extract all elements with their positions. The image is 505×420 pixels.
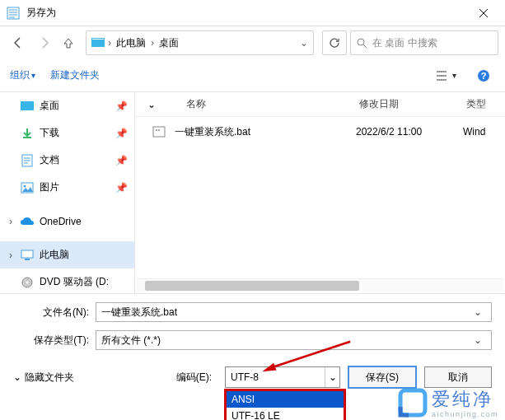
hide-folders-label: 隐藏文件夹 bbox=[25, 371, 74, 385]
sidebar-item-desktop[interactable]: 桌面 📌 bbox=[0, 92, 134, 119]
encoding-option-ansi[interactable]: ANSI bbox=[227, 391, 344, 408]
svg-point-28 bbox=[156, 129, 157, 131]
refresh-button[interactable] bbox=[322, 30, 347, 55]
column-headers: ⌄ 名称 修改日期 类型 bbox=[135, 92, 505, 117]
file-name: 一键重装系统.bat bbox=[168, 125, 356, 139]
chevron-down-icon[interactable]: ⌄ bbox=[470, 334, 486, 346]
svg-rect-24 bbox=[25, 259, 30, 260]
desktop-icon bbox=[20, 99, 35, 114]
sidebar-item-label: 文档 bbox=[40, 153, 59, 167]
sidebar-item-label: 图片 bbox=[40, 180, 59, 194]
save-button[interactable]: 保存(S) bbox=[348, 366, 416, 388]
back-button[interactable] bbox=[7, 31, 30, 54]
svg-text:?: ? bbox=[481, 71, 487, 81]
pin-icon: 📌 bbox=[115, 182, 128, 194]
filetype-select[interactable]: 所有文件 (*.*) ⌄ bbox=[96, 330, 492, 350]
watermark-cn: 爱纯净 bbox=[432, 387, 498, 412]
svg-point-29 bbox=[158, 129, 160, 131]
column-name[interactable]: 名称 bbox=[161, 97, 359, 111]
search-icon bbox=[356, 37, 367, 49]
pin-icon: 📌 bbox=[115, 155, 128, 166]
chevron-down-icon[interactable]: ⌄ bbox=[470, 306, 486, 318]
toolbar: 组织▾ 新建文件夹 ▾ ? bbox=[0, 59, 505, 92]
sidebar-item-onedrive[interactable]: › OneDrive bbox=[0, 208, 134, 235]
titlebar: 另存为 bbox=[0, 0, 505, 26]
chevron-down-icon[interactable]: ⌄ bbox=[298, 37, 310, 49]
sidebar-item-downloads[interactable]: 下载 📌 bbox=[0, 119, 134, 147]
window-title: 另存为 bbox=[26, 6, 465, 20]
watermark-logo-icon bbox=[397, 387, 428, 418]
bat-file-icon bbox=[150, 126, 168, 138]
chevron-right-icon[interactable]: › bbox=[7, 216, 15, 227]
hide-folders-toggle[interactable]: ⌄ 隐藏文件夹 bbox=[13, 371, 74, 385]
encoding-dropdown: ANSI UTF-16 LE UTF-16 BE bbox=[224, 389, 346, 420]
encoding-option-utf16le[interactable]: UTF-16 LE bbox=[227, 408, 344, 420]
watermark: 爱纯净 aichunjing.com bbox=[397, 387, 498, 418]
file-list: 一键重装系统.bat 2022/6/2 11:00 Wind bbox=[135, 117, 505, 278]
sidebar: 桌面 📌 下载 📌 文档 📌 图片 📌 › OneDrive bbox=[0, 92, 135, 293]
filetype-value: 所有文件 (*.*) bbox=[101, 334, 470, 348]
sort-icon[interactable]: ⌄ bbox=[142, 99, 161, 110]
sidebar-item-label: OneDrive bbox=[40, 216, 82, 227]
desktop-icon bbox=[90, 35, 106, 50]
svg-rect-8 bbox=[92, 39, 104, 40]
svg-point-22 bbox=[24, 184, 26, 187]
file-row[interactable]: 一键重装系统.bat 2022/6/2 11:00 Wind bbox=[135, 117, 505, 147]
sidebar-item-label: 此电脑 bbox=[40, 248, 69, 262]
document-icon bbox=[20, 153, 35, 168]
sidebar-item-label: DVD 驱动器 (D: bbox=[40, 275, 109, 289]
file-date: 2022/6/2 11:00 bbox=[356, 126, 463, 138]
svg-rect-23 bbox=[21, 250, 33, 258]
organize-menu[interactable]: 组织▾ bbox=[10, 68, 35, 82]
file-pane: ⌄ 名称 修改日期 类型 一键重装系统.bat 2022/6/2 11:00 W… bbox=[135, 92, 505, 293]
sidebar-item-label: 下载 bbox=[40, 126, 59, 140]
breadcrumb-root[interactable]: 此电脑 bbox=[113, 36, 149, 50]
file-type: Wind bbox=[463, 126, 505, 138]
filename-input[interactable]: 一键重装系统.bat ⌄ bbox=[96, 302, 492, 322]
svg-point-26 bbox=[26, 281, 29, 283]
sidebar-item-label: 桌面 bbox=[40, 99, 59, 113]
pc-icon bbox=[20, 248, 35, 263]
pictures-icon bbox=[20, 180, 35, 195]
column-date[interactable]: 修改日期 bbox=[359, 97, 466, 111]
main-area: 桌面 📌 下载 📌 文档 📌 图片 📌 › OneDrive bbox=[0, 92, 505, 294]
search-input[interactable]: 在 桌面 中搜索 bbox=[350, 30, 498, 55]
help-button[interactable]: ? bbox=[472, 64, 495, 87]
pin-icon: 📌 bbox=[115, 100, 128, 112]
filename-label: 文件名(N): bbox=[13, 306, 96, 320]
bottom-panel: 文件名(N): 一键重装系统.bat ⌄ 保存类型(T): 所有文件 (*.*)… bbox=[0, 294, 505, 363]
svg-rect-27 bbox=[153, 127, 165, 137]
search-placeholder: 在 桌面 中搜索 bbox=[372, 36, 437, 50]
dvd-icon bbox=[20, 275, 35, 290]
svg-rect-32 bbox=[400, 390, 425, 415]
view-menu[interactable]: ▾ bbox=[434, 64, 457, 87]
chevron-down-icon[interactable]: ⌄ bbox=[325, 367, 339, 387]
navbar: › 此电脑 › 桌面 ⌄ 在 桌面 中搜索 bbox=[0, 26, 505, 59]
sidebar-item-dvd[interactable]: DVD 驱动器 (D: bbox=[0, 268, 134, 293]
filename-value: 一键重装系统.bat bbox=[101, 306, 470, 320]
sidebar-item-pictures[interactable]: 图片 📌 bbox=[0, 174, 134, 201]
column-type[interactable]: 类型 bbox=[466, 97, 505, 111]
forward-button[interactable] bbox=[33, 31, 56, 54]
cancel-button[interactable]: 取消 bbox=[424, 366, 492, 388]
onedrive-icon bbox=[20, 214, 35, 229]
svg-point-9 bbox=[358, 39, 364, 45]
encoding-label: 编码(E): bbox=[176, 371, 217, 385]
download-icon bbox=[20, 126, 35, 141]
svg-rect-16 bbox=[21, 101, 34, 110]
breadcrumb[interactable]: › 此电脑 › 桌面 ⌄ bbox=[86, 30, 314, 55]
close-button[interactable] bbox=[465, 1, 502, 26]
breadcrumb-folder[interactable]: 桌面 bbox=[156, 36, 182, 50]
chevron-right-icon: › bbox=[149, 37, 156, 49]
chevron-down-icon: ⌄ bbox=[13, 371, 21, 383]
new-folder-button[interactable]: 新建文件夹 bbox=[50, 68, 100, 82]
chevron-right-icon[interactable]: › bbox=[7, 250, 15, 261]
filetype-label: 保存类型(T): bbox=[13, 334, 96, 348]
up-button[interactable] bbox=[59, 31, 77, 54]
encoding-select[interactable]: UTF-8 ⌄ ANSI UTF-16 LE UTF-16 BE bbox=[225, 366, 340, 388]
sidebar-item-thispc[interactable]: › 此电脑 bbox=[0, 241, 134, 268]
encoding-value: UTF-8 bbox=[226, 371, 325, 383]
horizontal-scrollbar[interactable] bbox=[137, 278, 503, 292]
sidebar-item-documents[interactable]: 文档 📌 bbox=[0, 147, 134, 174]
watermark-en: aichunjing.com bbox=[432, 410, 498, 418]
